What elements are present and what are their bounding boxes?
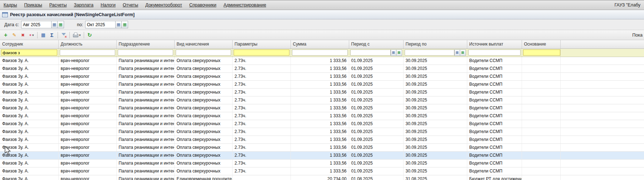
column-header[interactable]: Основание (522, 40, 560, 48)
menu-item[interactable]: Справочники (189, 3, 216, 8)
operations-button[interactable]: ●▾ (27, 31, 36, 39)
filter-cell[interactable] (0, 48, 58, 57)
filter-date-calendar-button[interactable]: ▦ (460, 49, 466, 56)
table-cell: Оплата сверхурочных (174, 112, 232, 120)
clear-filter-button[interactable] (59, 31, 68, 39)
table-cell: 30.09.2025 (403, 159, 467, 167)
table-cell: 1 333,56 (291, 120, 349, 128)
menu-item[interactable]: Расчеты (49, 3, 67, 8)
delete-icon: ✖ (21, 33, 25, 37)
table-cell: 30.09.2025 (403, 120, 467, 128)
filter-cell[interactable] (291, 48, 349, 57)
date-to-calendar-button[interactable]: ▦ (122, 21, 128, 28)
table-row[interactable]: Фаизов Зу. А.врач-неврологПалата реанима… (0, 136, 644, 143)
filter-cell[interactable]: ▦▦ (349, 48, 403, 57)
filter-input[interactable] (468, 49, 521, 56)
columns-icon: ▦ (41, 33, 45, 37)
table-row[interactable]: Фаизов Зу. А.врач-неврологПалата реанима… (0, 72, 644, 80)
table-row[interactable]: Фаизов Зу. А.врач-неврологПалата реанима… (0, 120, 644, 128)
filter-cell[interactable] (467, 48, 522, 57)
filter-input[interactable] (234, 49, 289, 56)
table-cell (522, 167, 560, 175)
toolbar-right-label[interactable]: Пока (632, 33, 643, 38)
table-cell (522, 151, 560, 159)
table-row[interactable]: Фаизов Зу. А.врач-неврологПалата реанима… (0, 57, 644, 65)
table-cell (560, 128, 644, 136)
table-row[interactable]: Фаизов Зу. А.врач-неврологПалата реанима… (0, 88, 644, 96)
print-button[interactable]: ▾ (71, 31, 82, 39)
date-from-calendar-button[interactable]: ▦ (58, 21, 64, 28)
column-header[interactable]: Сумма (291, 40, 349, 48)
menu-item[interactable]: Кадры (4, 3, 17, 8)
toolbar-separator (84, 32, 84, 38)
filter-date-dropdown-button[interactable]: ▦ (454, 49, 460, 56)
print-icon (73, 33, 78, 37)
table-cell: Водители ССМП (467, 96, 522, 104)
column-header[interactable]: Вид начисления (174, 40, 232, 48)
filter-cell[interactable] (58, 48, 116, 57)
filter-date-calendar-button[interactable]: ▦ (396, 49, 402, 56)
filter-input[interactable] (60, 49, 115, 56)
date-from-input[interactable] (21, 21, 51, 28)
date-to-input[interactable] (85, 21, 115, 28)
table-row[interactable]: Фаизов Зу. А.врач-неврологПалата реанима… (0, 167, 644, 175)
table-row[interactable]: Фаизов Зу. А.врач-неврологПалата реанима… (0, 112, 644, 120)
date-from-dropdown-button[interactable]: ▦ (51, 21, 58, 28)
menu-item[interactable]: Зарплата (74, 3, 93, 8)
refresh-button[interactable]: ↻ (86, 31, 94, 39)
filter-input[interactable] (350, 49, 391, 56)
table-cell (522, 112, 560, 120)
column-header[interactable] (560, 40, 644, 48)
edit-button[interactable]: ✎ (10, 31, 19, 39)
columns-button[interactable]: ▦ (39, 31, 48, 39)
table-cell: 2.73ч. (232, 65, 291, 72)
column-header[interactable]: Период с (349, 40, 403, 48)
sum-icon: Σ (50, 33, 53, 38)
column-header[interactable]: Должность (58, 40, 116, 48)
filter-input[interactable] (405, 49, 454, 56)
menu-item[interactable]: Отчеты (123, 3, 138, 8)
menu-item[interactable]: Документооборот (145, 3, 182, 8)
table-cell: 1 333,56 (291, 72, 349, 80)
filter-input[interactable] (118, 49, 173, 56)
filter-input[interactable] (292, 49, 348, 56)
table-cell: Оплата сверхурочных (174, 128, 232, 136)
filter-input[interactable] (523, 49, 560, 56)
date-to-dropdown-button[interactable]: ▦ (115, 21, 122, 28)
table-row[interactable]: Фаизов Зу. А.врач-неврологПалата реанима… (0, 143, 644, 151)
table-row[interactable]: Фаизов Зу. А.врач-неврологПалата реанима… (0, 65, 644, 72)
table-row[interactable]: Фаизов Зу. А.врач-неврологПалата реанима… (0, 175, 644, 180)
table-row[interactable]: Фаизов Зу. А.врач-неврологПалата реанима… (0, 96, 644, 104)
filter-cell[interactable] (174, 48, 232, 57)
table-row[interactable]: Фаизов Зу. А.врач-неврологПалата реанима… (0, 128, 644, 136)
column-header[interactable]: Подразделение (116, 40, 174, 48)
table-row[interactable]: Фаизов Зу. А.врач-неврологПалата реанима… (0, 104, 644, 112)
column-header[interactable]: Сотрудник (0, 40, 58, 48)
column-header[interactable]: Параметры (232, 40, 291, 48)
filter-cell[interactable] (232, 48, 291, 57)
menu-item[interactable]: Приказы (24, 3, 42, 8)
table-row[interactable]: Фаизов Зу. А.врач-неврологПалата реанима… (0, 80, 644, 88)
menu-item[interactable]: Налоги (101, 3, 116, 8)
table-row[interactable]: Фаизов Зу. А.врач-неврологПалата реанима… (0, 159, 644, 167)
menu-item[interactable]: Администрирование (224, 3, 266, 8)
table-row[interactable]: Фаизов Зу. А.врач-неврологПалата реанима… (0, 151, 644, 159)
table-cell: 2.73ч. (232, 143, 291, 151)
add-button[interactable]: + (1, 31, 10, 39)
table-cell: 2.73ч. (232, 96, 291, 104)
delete-button[interactable]: ✖ (19, 31, 27, 39)
column-header[interactable]: Период по (403, 40, 467, 48)
table-cell: 2.73ч. (232, 112, 291, 120)
table-cell: 01.09.2025 (349, 72, 403, 80)
filter-cell[interactable]: ▦▦ (403, 48, 467, 57)
filter-date-dropdown-button[interactable]: ▦ (391, 49, 396, 56)
filter-cell[interactable] (522, 48, 560, 57)
sum-button[interactable]: Σ (48, 31, 56, 39)
table-cell: 30.09.2025 (403, 112, 467, 120)
filter-cell[interactable] (116, 48, 174, 57)
column-header[interactable]: Источник выплат (467, 40, 522, 48)
filter-input[interactable] (1, 49, 57, 56)
table-cell: Оплата сверхурочных (174, 151, 232, 159)
auto-filter-row: ▦▦▦▦ (0, 48, 644, 57)
filter-input[interactable] (176, 49, 231, 56)
